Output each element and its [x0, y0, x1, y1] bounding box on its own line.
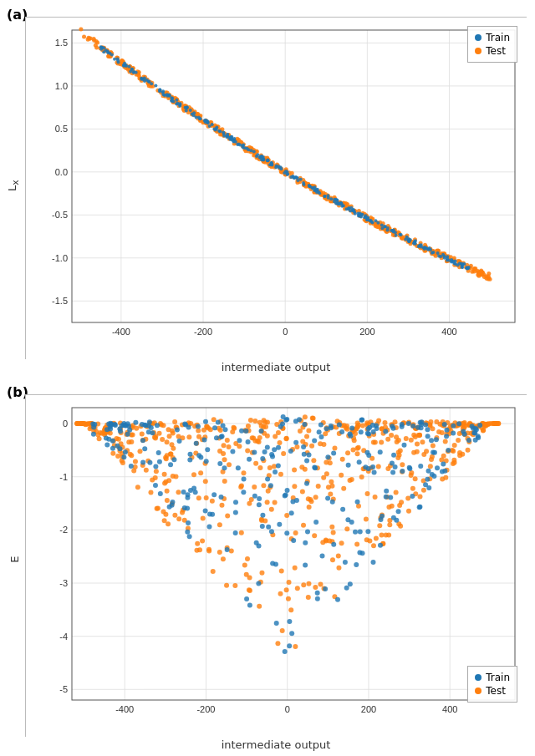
- bottom-train-dot: [475, 674, 482, 681]
- chart-bottom: E Train Test: [25, 394, 527, 737]
- top-legend-train: Train: [475, 32, 510, 43]
- bottom-train-label: Train: [486, 672, 510, 683]
- bottom-x-axis-label: intermediate output: [25, 738, 527, 751]
- bottom-legend-test: Test: [475, 685, 510, 697]
- bottom-test-dot: [475, 688, 482, 694]
- top-x-axis-label: intermediate output: [25, 361, 527, 373]
- bottom-legend-train: Train: [475, 672, 510, 683]
- bottom-y-axis-label: E: [8, 556, 21, 563]
- page: (a) Lx Train Test intermediate output (b…: [0, 0, 535, 756]
- chart-top: Lx Train Test: [25, 17, 527, 359]
- top-test-label: Test: [486, 45, 506, 57]
- bottom-test-label: Test: [486, 685, 506, 697]
- top-legend: Train Test: [467, 26, 517, 63]
- top-test-dot: [475, 48, 482, 54]
- top-y-axis-label: Lx: [6, 180, 22, 191]
- top-train-label: Train: [486, 32, 510, 43]
- bottom-legend: Train Test: [467, 666, 517, 703]
- top-train-dot: [475, 34, 482, 41]
- top-legend-test: Test: [475, 45, 510, 57]
